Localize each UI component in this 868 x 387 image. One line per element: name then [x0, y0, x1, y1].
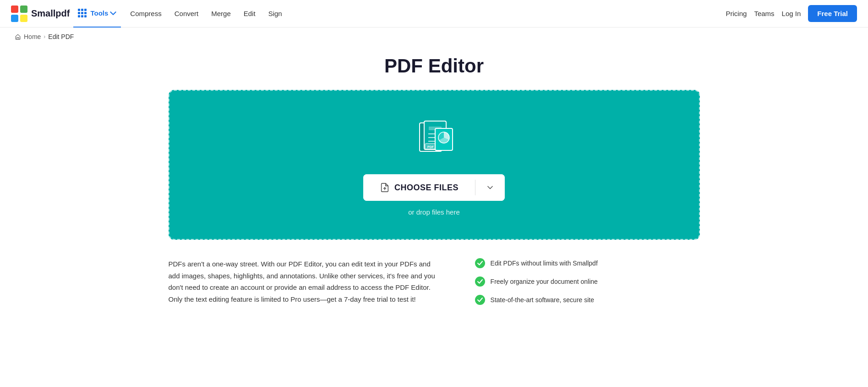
- choose-files-row: CHOOSE FILES: [363, 174, 505, 201]
- check-icon-2: [475, 276, 485, 287]
- features-list: Edit PDFs without limits with Smallpdf F…: [475, 258, 700, 305]
- nav-compress[interactable]: Compress: [125, 7, 167, 20]
- breadcrumb: Home › Edit PDF: [0, 28, 868, 46]
- choose-files-dropdown-button[interactable]: [475, 174, 505, 201]
- pdf-illustration: PDF: [411, 118, 457, 161]
- nav-merge[interactable]: Merge: [206, 7, 236, 20]
- nav-pricing[interactable]: Pricing: [726, 10, 747, 17]
- nav-convert[interactable]: Convert: [169, 7, 204, 20]
- svg-rect-2: [11, 15, 18, 22]
- feature-text-2: Freely organize your document online: [491, 278, 598, 285]
- choose-files-button[interactable]: CHOOSE FILES: [363, 174, 475, 201]
- svg-text:PDF: PDF: [427, 145, 434, 149]
- svg-rect-1: [20, 6, 27, 13]
- nav-right: Pricing Teams Log In Free Trial: [726, 5, 857, 22]
- checkmark-icon: [477, 260, 483, 266]
- feature-item-2: Freely organize your document online: [475, 276, 700, 287]
- file-upload-icon: [380, 182, 390, 193]
- checkmark-icon: [477, 279, 483, 284]
- feature-item-1: Edit PDFs without limits with Smallpdf: [475, 258, 700, 268]
- chevron-down-icon: [110, 10, 116, 17]
- logo-icon: [11, 6, 27, 22]
- main-content: PDF Editor PDF: [0, 46, 868, 323]
- nav-edit[interactable]: Edit: [238, 7, 261, 20]
- dropdown-chevron-icon: [486, 183, 495, 192]
- choose-files-label: CHOOSE FILES: [394, 183, 459, 193]
- tools-label: Tools: [90, 9, 108, 17]
- login-button[interactable]: Log In: [782, 10, 801, 17]
- bottom-section: PDFs aren't a one-way street. With our P…: [169, 258, 700, 305]
- breadcrumb-separator: ›: [44, 33, 45, 40]
- page-title: PDF Editor: [384, 55, 484, 77]
- check-icon-3: [475, 295, 485, 305]
- svg-rect-0: [11, 6, 18, 13]
- free-trial-button[interactable]: Free Trial: [808, 5, 857, 22]
- tools-menu-button[interactable]: Tools: [73, 0, 121, 28]
- drop-hint-text: or drop files here: [408, 208, 460, 216]
- feature-text-1: Edit PDFs without limits with Smallpdf: [491, 260, 598, 267]
- home-icon: [15, 33, 21, 40]
- nav-links: Compress Convert Merge Edit Sign: [125, 7, 287, 20]
- grid-icon: [78, 9, 87, 17]
- checkmark-icon: [477, 297, 483, 303]
- feature-item-3: State-of-the-art software, secure site: [475, 295, 700, 305]
- navbar: Smallpdf Tools Compress Convert Merge Ed…: [0, 0, 868, 28]
- logo-link[interactable]: Smallpdf: [11, 6, 70, 22]
- svg-rect-3: [20, 15, 27, 22]
- nav-sign[interactable]: Sign: [263, 7, 288, 20]
- nav-teams[interactable]: Teams: [754, 10, 774, 17]
- logo-text: Smallpdf: [31, 8, 70, 19]
- description-text: PDFs aren't a one-way street. With our P…: [169, 258, 438, 305]
- breadcrumb-current: Edit PDF: [48, 33, 74, 40]
- breadcrumb-home[interactable]: Home: [24, 33, 41, 40]
- drop-zone[interactable]: PDF CHOOSE FILES: [169, 90, 700, 240]
- check-icon-1: [475, 258, 485, 268]
- feature-text-3: State-of-the-art software, secure site: [491, 296, 594, 304]
